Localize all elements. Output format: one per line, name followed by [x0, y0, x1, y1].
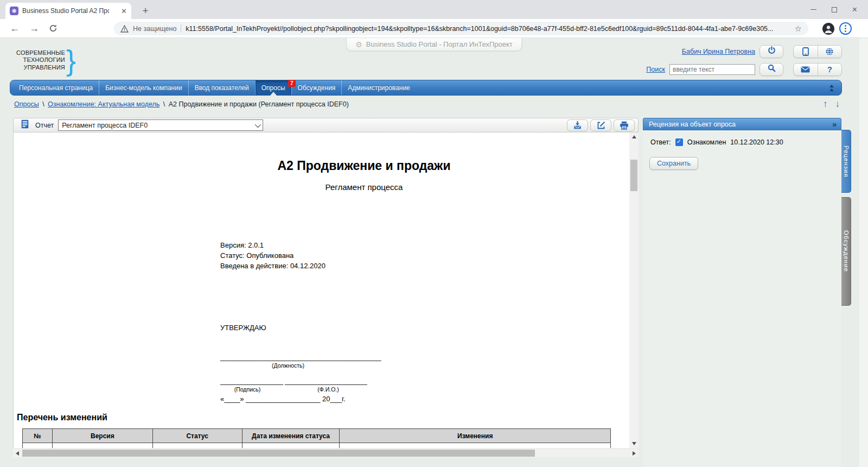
answer-value: Ознакомлен: [687, 138, 726, 146]
address-bar[interactable]: Не защищено k11:5558/Portal_InTekhProyek…: [114, 22, 808, 35]
security-label[interactable]: Не защищено: [133, 25, 176, 33]
back-icon[interactable]: ←: [10, 23, 20, 34]
maximize-icon[interactable]: [832, 7, 837, 12]
company-logo: СОВРЕМЕННЫЕ ТЕХНОЛОГИИ УПРАВЛЕНИЯ }: [16, 47, 76, 74]
help-button[interactable]: ?: [818, 64, 842, 75]
nav-item-business-model[interactable]: Бизнес-модель компании: [99, 80, 188, 95]
scroll-right-icon[interactable]: [630, 449, 639, 457]
export-button[interactable]: [567, 119, 588, 131]
answer-timestamp: 10.12.2020 12:30: [730, 138, 783, 146]
search-link[interactable]: Поиск: [646, 66, 665, 73]
answer-label: Ответ:: [650, 138, 671, 146]
report-select-value: Регламент процесса IDEF0: [62, 122, 148, 129]
logo-text: СОВРЕМЕННЫЕ ТЕХНОЛОГИИ УПРАВЛЕНИЯ: [16, 49, 65, 72]
review-panel-header: Рецензия на объект опроса »: [643, 118, 841, 130]
horizontal-scroll-thumb[interactable]: [22, 450, 535, 457]
print-icon: [620, 121, 629, 130]
breadcrumb: Опросы \ Ознакомление: Актуальная модель…: [14, 100, 349, 108]
table-row: [23, 443, 611, 449]
main-navigation: Персональная страница Бизнес-модель комп…: [10, 80, 842, 96]
mobile-button[interactable]: [794, 46, 818, 58]
review-panel: Рецензия на объект опроса » Ответ: Ознак…: [643, 118, 841, 467]
tab-close-icon[interactable]: ✕: [121, 7, 127, 15]
nav-item-indicators[interactable]: Ввод показателей: [188, 80, 255, 95]
export-icon: [573, 121, 582, 129]
profile-avatar-icon[interactable]: [822, 23, 834, 35]
document-viewer: А2 Продвижение и продажи Регламент проце…: [13, 132, 629, 448]
search-icon: [768, 64, 776, 74]
nav-item-personal-page[interactable]: Персональная страница: [10, 80, 99, 95]
logout-button[interactable]: [760, 45, 783, 58]
col-version: Версия: [52, 429, 152, 443]
divider: [181, 24, 181, 33]
browser-tab-bar: ❋ Business Studio Portal A2 Продв ✕ + ×: [0, 0, 868, 19]
position-caption: (Должность): [220, 362, 356, 369]
new-tab-button[interactable]: +: [139, 4, 152, 17]
browser-menu-icon[interactable]: [839, 22, 852, 35]
report-select[interactable]: Регламент процесса IDEF0: [58, 119, 263, 131]
col-status-date: Дата изменения статуса: [242, 429, 340, 443]
changes-heading: Перечень изменений: [17, 413, 107, 422]
search-input[interactable]: [669, 64, 755, 75]
review-panel-title: Рецензия на объект опроса: [649, 121, 736, 128]
side-tab-review[interactable]: Рецензия: [841, 130, 851, 193]
scroll-down-icon[interactable]: [629, 439, 639, 448]
changes-table: № Версия Статус Дата изменения статуса И…: [22, 428, 611, 448]
next-object-down-arrow-icon[interactable]: ↓: [835, 99, 840, 110]
mail-button[interactable]: [794, 64, 818, 75]
document-vertical-scrollbar[interactable]: [629, 132, 639, 448]
print-button[interactable]: [614, 119, 635, 131]
save-button[interactable]: Сохранить: [649, 157, 698, 170]
date-blank-line: «____» ___________________ 20___г.: [220, 395, 346, 403]
window-controls: ×: [810, 0, 864, 19]
user-name-link[interactable]: Бабич Ирина Петровна: [682, 48, 755, 55]
col-status: Статус: [152, 429, 242, 443]
gear-icon: ⚙: [355, 40, 362, 49]
search-button[interactable]: [760, 63, 783, 76]
language-button[interactable]: [818, 46, 842, 58]
edit-button[interactable]: [590, 119, 611, 131]
logo-brace-icon: }: [66, 47, 76, 74]
power-icon: [768, 46, 776, 56]
report-toolbar: Отчет Регламент процесса IDEF0: [13, 118, 639, 132]
document-horizontal-scrollbar[interactable]: [13, 449, 639, 457]
browser-url-bar: ← → Не защищено k11:5558/Portal_InTekhPr…: [0, 19, 868, 38]
vertical-scroll-thumb[interactable]: [630, 160, 637, 191]
tab-title: Business Studio Portal A2 Продв: [22, 7, 109, 15]
col-number: №: [23, 429, 53, 443]
breadcrumb-link-familiarization[interactable]: Ознакомление: Актуальная модель: [48, 100, 159, 108]
panel-collapse-icon[interactable]: »: [832, 120, 835, 129]
name-caption: (Ф.И.О.): [285, 386, 372, 393]
forward-icon[interactable]: →: [29, 23, 39, 34]
prev-object-up-arrow-icon[interactable]: ↑: [823, 99, 828, 110]
status-line: Статус: Опубликована: [220, 250, 326, 261]
nav-collapse-chevrons-icon[interactable]: [822, 80, 841, 95]
scroll-up-icon[interactable]: [629, 132, 639, 141]
reload-icon[interactable]: [49, 24, 58, 33]
nav-item-administration[interactable]: Администрирование: [341, 80, 416, 95]
nav-item-discussions[interactable]: Обсуждения: [291, 80, 342, 95]
browser-tab[interactable]: ❋ Business Studio Portal A2 Продв ✕: [5, 3, 131, 19]
name-blank-line: _____________________: [285, 377, 367, 385]
approve-label: УТВЕРЖДАЮ: [220, 324, 266, 332]
signature-caption: (Подпись): [220, 386, 275, 393]
breadcrumb-link-surveys[interactable]: Опросы: [14, 100, 39, 108]
window-close-icon[interactable]: ×: [852, 7, 857, 12]
phone-icon: [802, 47, 809, 56]
device-lang-group: [793, 45, 842, 58]
side-tab-discussion[interactable]: Обсуждение: [841, 197, 851, 306]
not-secure-warning-icon[interactable]: [120, 25, 129, 33]
position-blank-line: ________________________________________…: [220, 353, 381, 361]
edit-icon: [597, 121, 605, 130]
nav-item-surveys[interactable]: Опросы 7: [255, 80, 291, 95]
object-nav-arrows: ↑ ↓: [823, 99, 840, 110]
portal-header: СОВРЕМЕННЫЕ ТЕХНОЛОГИИ УПРАВЛЕНИЯ } ⚙ Bu…: [0, 38, 868, 80]
acknowledged-checkbox[interactable]: [675, 138, 683, 146]
page-scrollbar-track[interactable]: [859, 38, 868, 467]
bookmark-star-icon[interactable]: ☆: [795, 24, 802, 34]
report-document-icon: [21, 119, 29, 131]
scroll-left-icon[interactable]: [13, 449, 22, 457]
globe-icon: [825, 47, 834, 56]
minimize-icon[interactable]: [810, 9, 816, 10]
url-text[interactable]: k11:5558/Portal_InTekhProyekt//pollobjec…: [186, 25, 790, 33]
